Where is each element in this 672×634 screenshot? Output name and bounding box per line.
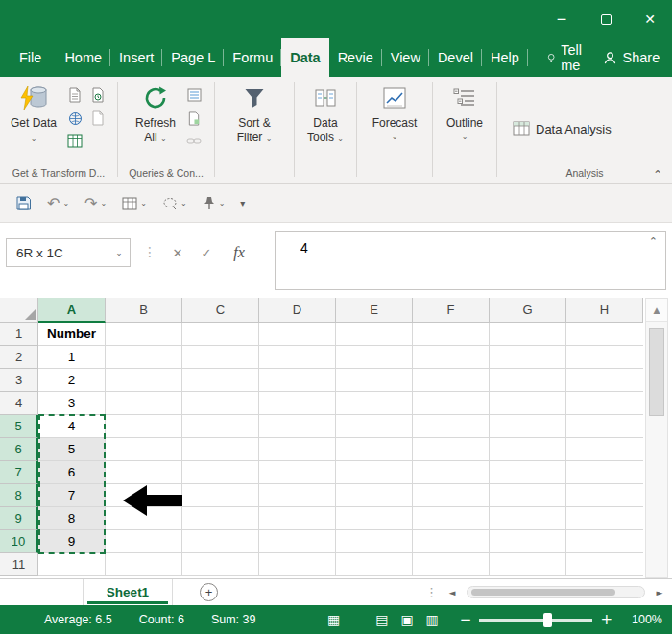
cell-A2[interactable]: 1	[38, 346, 105, 368]
scroll-right-button[interactable]: ►	[651, 583, 668, 602]
cells-area[interactable]: Number 1 2 3 4 5 6 7 8 9	[38, 323, 643, 576]
tab-view[interactable]: View	[382, 38, 429, 77]
column-header-C[interactable]: C	[182, 298, 259, 323]
tab-page-layout[interactable]: Page L	[162, 38, 224, 77]
cell-A3[interactable]: 2	[38, 369, 105, 391]
column-header-H[interactable]: H	[566, 298, 643, 323]
column-header-D[interactable]: D	[259, 298, 336, 323]
cancel-formula-button[interactable]: ✕	[165, 242, 190, 263]
page-break-view-button[interactable]: ▥	[426, 612, 439, 627]
select-all-corner[interactable]	[0, 298, 38, 323]
customize-qat-button[interactable]: ▾	[234, 194, 251, 212]
insert-function-button[interactable]: fx	[227, 242, 252, 263]
cell-A5[interactable]: 4	[38, 415, 105, 437]
cell-A8[interactable]: 7	[38, 484, 105, 506]
tab-developer[interactable]: Devel	[429, 38, 482, 77]
qat-pin-button[interactable]: ⌄	[197, 192, 231, 214]
cell-A7[interactable]: 6	[38, 461, 105, 483]
existing-connections-button[interactable]	[87, 108, 108, 129]
save-button[interactable]	[10, 191, 37, 215]
close-button[interactable]: ✕	[628, 0, 672, 38]
horizontal-scroll-thumb[interactable]	[471, 589, 615, 596]
tab-help[interactable]: Help	[482, 38, 528, 77]
chevron-down-icon[interactable]: ⌄	[108, 248, 130, 257]
qat-table-button[interactable]: ⌄	[116, 193, 153, 214]
redo-button[interactable]: ↷ ⌄	[79, 190, 112, 216]
zoom-level-label[interactable]: 100%	[624, 613, 662, 626]
from-text-csv-button[interactable]	[64, 85, 85, 106]
tell-me-button[interactable]: Tell me	[540, 38, 595, 77]
column-header-A[interactable]: A	[38, 298, 106, 323]
minimize-button[interactable]: ─	[540, 0, 584, 38]
zoom-slider[interactable]	[479, 619, 592, 622]
resize-dots-icon[interactable]: ⋮	[425, 585, 438, 599]
column-header-E[interactable]: E	[336, 298, 413, 323]
column-header-B[interactable]: B	[106, 298, 182, 323]
tab-review[interactable]: Revie	[329, 38, 382, 77]
recent-sources-button[interactable]	[87, 85, 108, 106]
row-header-5[interactable]: 5	[0, 415, 38, 438]
sort-filter-button[interactable]: Sort & Filter ⌄	[229, 83, 279, 183]
tab-formulas[interactable]: Formu	[224, 38, 281, 77]
row-header-11[interactable]: 11	[0, 553, 38, 576]
tell-me-label: Tell me	[561, 42, 587, 73]
undo-button[interactable]: ↶ ⌄	[41, 190, 75, 216]
properties-button[interactable]	[186, 108, 202, 129]
zoom-out-button[interactable]: −	[460, 611, 472, 628]
cell-A10[interactable]: 9	[38, 530, 105, 552]
enter-formula-button[interactable]: ✓	[194, 242, 219, 263]
share-button[interactable]: Share	[595, 38, 668, 77]
zoom-in-button[interactable]: +	[600, 611, 612, 628]
scroll-up-button[interactable]: ▲	[646, 299, 667, 322]
queries-connections-button[interactable]	[186, 85, 202, 106]
tab-insert[interactable]: Insert	[110, 38, 162, 77]
page-layout-view-button[interactable]: ▣	[400, 612, 413, 627]
cell-A11[interactable]	[38, 553, 105, 575]
add-sheet-button[interactable]: +	[200, 583, 218, 601]
data-analysis-button[interactable]: Data Analysis	[513, 90, 612, 167]
cell-A4[interactable]: 3	[38, 392, 105, 414]
expand-formula-bar-icon[interactable]: ⌃	[649, 235, 658, 248]
tab-file[interactable]: File	[5, 38, 56, 77]
outline-button[interactable]: Outline ⌄	[446, 83, 483, 183]
cell-A6[interactable]: 5	[38, 438, 105, 460]
row-header-1[interactable]: 1	[0, 323, 38, 346]
tab-data[interactable]: Data	[281, 38, 328, 77]
cell-A1[interactable]: Number	[38, 323, 105, 345]
name-box[interactable]: 6R x 1C ⌄	[6, 238, 131, 267]
edit-links-button[interactable]	[186, 131, 202, 152]
row-header-8[interactable]: 8	[0, 484, 38, 507]
row-header-7[interactable]: 7	[0, 461, 38, 484]
data-tools-button[interactable]: Data Tools ⌄	[300, 83, 350, 183]
row-header-10[interactable]: 10	[0, 530, 38, 553]
normal-view-button[interactable]: ▤	[375, 612, 388, 627]
maximize-button[interactable]	[584, 0, 628, 38]
get-data-button[interactable]: Get Data ⌄	[9, 83, 59, 167]
worksheet-grid: A B C D E F G H 1 2 3 4 5 6 7 8 9 10 11 …	[0, 298, 672, 578]
row-header-4[interactable]: 4	[0, 392, 38, 415]
share-label: Share	[623, 50, 660, 65]
refresh-all-button[interactable]: Refresh All ⌄	[131, 83, 180, 167]
row-header-9[interactable]: 9	[0, 507, 38, 530]
row-header-6[interactable]: 6	[0, 438, 38, 461]
cell-A9[interactable]: 8	[38, 507, 105, 529]
row-header-3[interactable]: 3	[0, 369, 38, 392]
zoom-slider-thumb[interactable]	[543, 613, 552, 627]
qat-select-objects-button[interactable]: ⌄	[156, 193, 193, 214]
tab-home[interactable]: Home	[56, 38, 110, 77]
drag-handle-dots-icon[interactable]: ⋮	[143, 244, 156, 259]
sheet-tab-sheet1[interactable]: Sheet1	[83, 579, 173, 605]
from-web-button[interactable]	[64, 108, 85, 129]
forecast-button[interactable]: Forecast ⌄	[372, 83, 418, 183]
row-header-2[interactable]: 2	[0, 346, 38, 369]
macro-grid-icon[interactable]: ▦	[327, 612, 340, 627]
from-table-range-button[interactable]	[64, 131, 85, 152]
formula-bar-input[interactable]: 4 ⌃	[275, 231, 666, 290]
vertical-scrollbar[interactable]: ▲	[645, 298, 668, 578]
column-header-G[interactable]: G	[490, 298, 566, 323]
horizontal-scrollbar[interactable]	[467, 586, 645, 598]
vertical-scroll-thumb[interactable]	[649, 328, 664, 416]
scroll-left-button[interactable]: ◄	[444, 583, 461, 602]
column-header-F[interactable]: F	[413, 298, 490, 323]
collapse-ribbon-button[interactable]: ⌃	[653, 168, 662, 182]
